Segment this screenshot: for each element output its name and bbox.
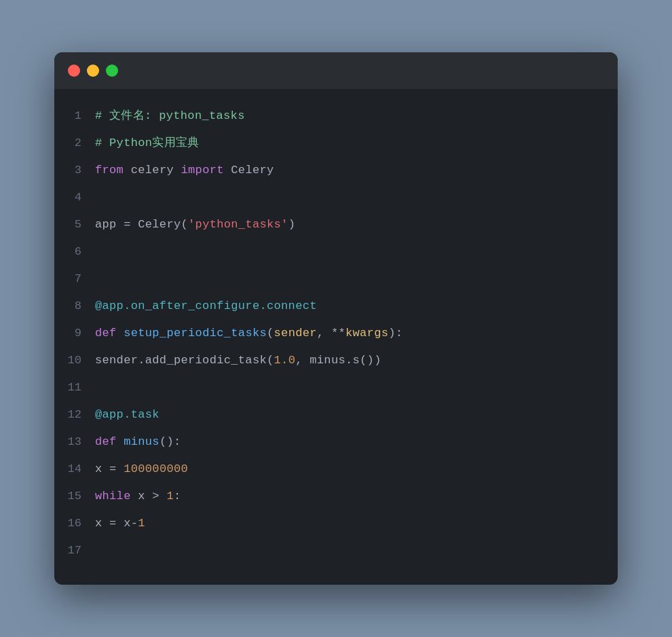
line-number: 11 <box>54 376 95 400</box>
token-param: kwargs <box>346 327 388 340</box>
code-line: 14 x = 100000000 <box>54 456 618 483</box>
token-comment: # 文件名: python_tasks <box>95 109 245 122</box>
line-number: 8 <box>54 294 95 318</box>
token-string: 'python_tasks' <box>188 218 288 231</box>
code-line: 6 <box>54 238 618 266</box>
token-while: while <box>95 490 131 503</box>
line-number: 16 <box>54 511 95 536</box>
token-plain: app = Celery( <box>95 218 188 231</box>
line-number: 14 <box>54 457 95 481</box>
token-plain <box>117 327 124 340</box>
line-number: 9 <box>54 321 95 346</box>
code-line: 11 <box>54 374 618 401</box>
token-keyword: import <box>181 164 224 177</box>
token-plain: , minus.s()) <box>295 354 381 367</box>
token-plain: , ** <box>317 327 346 340</box>
token-plain: ) <box>288 218 296 231</box>
code-line: 8@app.on_after_configure.connect <box>54 293 618 320</box>
line-content: x = 100000000 <box>95 457 188 481</box>
code-line: 7 <box>54 266 618 293</box>
line-number: 2 <box>54 131 95 156</box>
maximize-button[interactable] <box>106 65 118 77</box>
code-window: 1# 文件名: python_tasks2# Python实用宝典3from c… <box>54 52 618 585</box>
line-number: 15 <box>54 484 95 509</box>
line-content: def minus(): <box>95 430 181 454</box>
token-funcname: setup_periodic_tasks <box>124 327 267 340</box>
token-plain: (): <box>160 435 181 448</box>
token-plain: celery <box>124 164 181 177</box>
token-plain: x = x- <box>95 517 138 530</box>
line-content: from celery import Celery <box>95 158 274 183</box>
code-line: 13def minus(): <box>54 429 618 456</box>
code-line: 17 <box>54 537 618 564</box>
token-plain: sender.add_periodic_task( <box>95 354 274 367</box>
token-param: sender <box>274 327 317 340</box>
token-plain: x > <box>131 490 167 503</box>
line-content: x = x-1 <box>95 511 145 536</box>
token-number: 1 <box>138 517 145 530</box>
code-editor: 1# 文件名: python_tasks2# Python实用宝典3from c… <box>54 89 618 585</box>
token-plain <box>117 435 124 448</box>
close-button[interactable] <box>68 65 80 77</box>
code-line: 5app = Celery('python_tasks') <box>54 211 618 238</box>
line-content: def setup_periodic_tasks(sender, **kwarg… <box>95 321 403 346</box>
line-content: @app.on_after_configure.connect <box>95 294 317 318</box>
token-plain: ): <box>388 327 403 340</box>
token-decorator: @app.task <box>95 408 160 421</box>
line-content: # 文件名: python_tasks <box>95 104 245 128</box>
code-line: 4 <box>54 184 618 211</box>
minimize-button[interactable] <box>87 65 99 77</box>
line-number: 10 <box>54 348 95 373</box>
line-content: app = Celery('python_tasks') <box>95 213 295 237</box>
line-number: 7 <box>54 267 95 291</box>
token-plain: : <box>174 490 181 503</box>
line-number: 4 <box>54 185 95 210</box>
line-content: @app.task <box>95 403 160 427</box>
token-keyword: from <box>95 164 124 177</box>
titlebar <box>54 52 618 89</box>
line-content: sender.add_periodic_task(1.0, minus.s()) <box>95 348 381 373</box>
token-number: 100000000 <box>124 462 188 475</box>
token-plain: ( <box>267 327 274 340</box>
code-line: 16 x = x-1 <box>54 510 618 537</box>
line-number: 17 <box>54 539 95 563</box>
code-line: 9def setup_periodic_tasks(sender, **kwar… <box>54 320 618 347</box>
token-funcname: minus <box>124 435 160 448</box>
line-content: # Python实用宝典 <box>95 131 200 156</box>
token-plain: x = <box>95 462 124 475</box>
line-number: 12 <box>54 403 95 427</box>
code-line: 15 while x > 1: <box>54 483 618 510</box>
code-line: 10 sender.add_periodic_task(1.0, minus.s… <box>54 347 618 374</box>
line-number: 6 <box>54 240 95 264</box>
token-number: 1.0 <box>274 354 296 367</box>
token-decorator: @app.on_after_configure.connect <box>95 299 317 312</box>
token-number: 1 <box>166 490 174 503</box>
code-line: 1# 文件名: python_tasks <box>54 103 618 130</box>
line-content: while x > 1: <box>95 484 181 509</box>
line-number: 1 <box>54 104 95 128</box>
code-line: 12@app.task <box>54 401 618 429</box>
line-number: 13 <box>54 430 95 454</box>
line-number: 3 <box>54 158 95 183</box>
code-line: 2# Python实用宝典 <box>54 130 618 157</box>
token-keyword: def <box>95 435 117 448</box>
token-comment: # Python实用宝典 <box>95 136 200 149</box>
token-plain: Celery <box>224 164 274 177</box>
token-keyword: def <box>95 327 117 340</box>
line-number: 5 <box>54 213 95 237</box>
code-line: 3from celery import Celery <box>54 157 618 184</box>
